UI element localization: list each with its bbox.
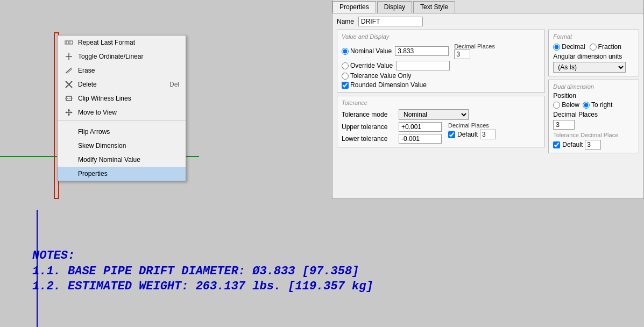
tolerance-mode-select[interactable]: Nominal Symmetric Limits bbox=[399, 109, 469, 120]
tol-default-checkbox[interactable] bbox=[448, 131, 455, 138]
override-value-label-wrap[interactable]: Override Value bbox=[342, 62, 393, 69]
tolerance-section: Tolerance Tolerance mode Nominal Symmetr… bbox=[337, 96, 545, 147]
context-menu: Repeat Last Format Toggle Ordinate/Linea… bbox=[57, 35, 186, 181]
menu-label-erase: Erase bbox=[78, 67, 95, 74]
tol-default-label: Default bbox=[457, 131, 478, 138]
decimal-label-wrap[interactable]: Decimal bbox=[553, 43, 585, 51]
below-radio[interactable] bbox=[553, 102, 560, 109]
tol-default-value-input[interactable] bbox=[480, 130, 496, 139]
fraction-label: Fraction bbox=[598, 43, 621, 51]
menu-item-flip-arrows[interactable]: Flip Arrows bbox=[58, 125, 186, 139]
menu-item-properties[interactable]: Properties bbox=[58, 167, 186, 181]
menu-item-skew-dimension[interactable]: Skew Dimension bbox=[58, 139, 186, 153]
menu-label-skew-dimension: Skew Dimension bbox=[78, 142, 126, 150]
flip-arrows-icon bbox=[64, 127, 74, 137]
tolerance-value-row: Tolerance Value Only bbox=[342, 72, 540, 80]
dual-dim-title: Dual dimension bbox=[553, 83, 634, 90]
tolerance-value-radio[interactable] bbox=[342, 73, 349, 80]
tol-default-dual-checkbox[interactable] bbox=[553, 141, 560, 148]
menu-item-repeat-last-format[interactable]: Repeat Last Format bbox=[58, 35, 186, 49]
below-label-wrap[interactable]: Below bbox=[553, 101, 579, 109]
rounded-dim-checkbox[interactable] bbox=[342, 82, 349, 89]
modify-icon bbox=[64, 155, 74, 165]
upper-tolerance-label: Upper tolerance bbox=[342, 123, 395, 131]
menu-label-repeat-last-format: Repeat Last Format bbox=[78, 39, 135, 46]
menu-item-move-to-view[interactable]: Move to View bbox=[58, 105, 186, 119]
dual-decimal-places-label: Decimal Places bbox=[553, 111, 634, 118]
erase-icon bbox=[64, 66, 74, 75]
tolerance-value-label-wrap[interactable]: Tolerance Value Only bbox=[342, 72, 411, 80]
tol-default-dual-input[interactable] bbox=[585, 140, 601, 150]
angular-dim-select[interactable]: (As Is) Degrees Radians bbox=[553, 62, 626, 73]
upper-tolerance-input[interactable] bbox=[399, 122, 442, 132]
fraction-radio[interactable] bbox=[590, 44, 597, 51]
decimal-places-input[interactable] bbox=[454, 49, 470, 59]
format-title: Format bbox=[553, 33, 634, 40]
nominal-value-radio[interactable] bbox=[342, 48, 349, 55]
svg-rect-10 bbox=[66, 96, 72, 101]
nominal-value-input[interactable] bbox=[395, 46, 449, 56]
panel-tabs: Properties Display Text Style bbox=[332, 0, 643, 13]
name-input[interactable] bbox=[358, 17, 423, 26]
dual-dimension-section: Dual dimension Position Below To right D… bbox=[548, 80, 639, 153]
to-right-label-wrap[interactable]: To right bbox=[583, 101, 612, 109]
notes-area: NOTES: 1.1. BASE PIPE DRIFT DIAMETER: Ø3… bbox=[32, 248, 373, 295]
override-value-input[interactable] bbox=[396, 61, 450, 70]
menu-item-modify-nominal[interactable]: Modify Nominal Value bbox=[58, 153, 186, 167]
menu-item-clip-witness[interactable]: Clip Witness Lines bbox=[58, 91, 186, 105]
decimal-places-label: Decimal Places bbox=[454, 43, 495, 49]
decimal-places-group: Decimal Places bbox=[454, 43, 495, 59]
decimal-label: Decimal bbox=[562, 43, 585, 51]
decimal-radio[interactable] bbox=[553, 44, 560, 51]
properties-panel: Properties Display Text Style Name Value… bbox=[332, 0, 644, 199]
notes-line-1: NOTES: bbox=[32, 248, 373, 264]
menu-label-move-to-view: Move to View bbox=[78, 109, 117, 116]
tol-default-row: Default bbox=[448, 130, 496, 139]
lower-tolerance-input[interactable] bbox=[399, 134, 442, 144]
lower-tolerance-row: Lower tolerance bbox=[342, 134, 442, 144]
menu-item-erase[interactable]: Erase bbox=[58, 63, 186, 77]
menu-item-delete[interactable]: Delete Del bbox=[58, 77, 186, 91]
tol-decimal-label: Decimal Places bbox=[448, 122, 496, 129]
to-right-label: To right bbox=[591, 101, 612, 109]
toggle-icon bbox=[64, 52, 74, 61]
angular-dim-label: Angular dimension units bbox=[553, 53, 634, 60]
tab-properties[interactable]: Properties bbox=[332, 1, 376, 13]
skew-icon bbox=[64, 141, 74, 151]
rounded-dim-label: Rounded Dimension Value bbox=[350, 81, 427, 89]
svg-rect-0 bbox=[65, 41, 73, 44]
menu-separator bbox=[58, 120, 186, 124]
svg-marker-15 bbox=[68, 114, 70, 116]
nominal-value-label-wrap[interactable]: Nominal Value bbox=[342, 47, 392, 55]
override-value-row: Override Value bbox=[342, 61, 540, 70]
rounded-dim-label-wrap[interactable]: Rounded Dimension Value bbox=[342, 81, 427, 89]
tolerance-values-row: Upper tolerance Lower tolerance Decimal … bbox=[342, 122, 540, 144]
to-right-radio[interactable] bbox=[583, 102, 590, 109]
tab-display[interactable]: Display bbox=[377, 1, 412, 13]
notes-line-2: 1.1. BASE PIPE DRIFT DIAMETER: Ø3.833 [9… bbox=[32, 264, 373, 280]
upper-tolerance-row: Upper tolerance bbox=[342, 122, 442, 132]
notes-line-3: 1.2. ESTIMATED WEIGHT: 263.137 lbs. [119… bbox=[32, 279, 373, 295]
tolerance-value-label: Tolerance Value Only bbox=[350, 72, 411, 80]
menu-label-delete: Delete bbox=[78, 81, 97, 88]
below-label: Below bbox=[562, 101, 579, 109]
format-radio-row: Decimal Fraction bbox=[553, 43, 634, 51]
tol-default-dual-row: Default bbox=[553, 140, 634, 150]
tolerance-mode-label: Tolerance mode bbox=[342, 111, 395, 118]
value-display-title: Value and Display bbox=[342, 33, 540, 40]
svg-marker-16 bbox=[65, 111, 67, 113]
fraction-label-wrap[interactable]: Fraction bbox=[590, 43, 621, 51]
override-value-radio[interactable] bbox=[342, 62, 349, 69]
tolerance-mode-row: Tolerance mode Nominal Symmetric Limits bbox=[342, 109, 540, 120]
menu-item-toggle-ordinate[interactable]: Toggle Ordinate/Linear bbox=[58, 49, 186, 63]
tab-text-style[interactable]: Text Style bbox=[413, 1, 455, 13]
position-label: Position bbox=[553, 92, 634, 99]
tolerance-upper-group: Upper tolerance Lower tolerance bbox=[342, 122, 442, 144]
menu-label-properties: Properties bbox=[78, 170, 108, 177]
menu-label-modify-nominal: Modify Nominal Value bbox=[78, 156, 140, 164]
menu-label-toggle-ordinate: Toggle Ordinate/Linear bbox=[78, 53, 143, 60]
svg-marker-17 bbox=[70, 111, 73, 113]
format-icon bbox=[64, 38, 74, 47]
dual-decimal-places-input[interactable] bbox=[553, 120, 575, 130]
name-row: Name bbox=[337, 17, 639, 26]
